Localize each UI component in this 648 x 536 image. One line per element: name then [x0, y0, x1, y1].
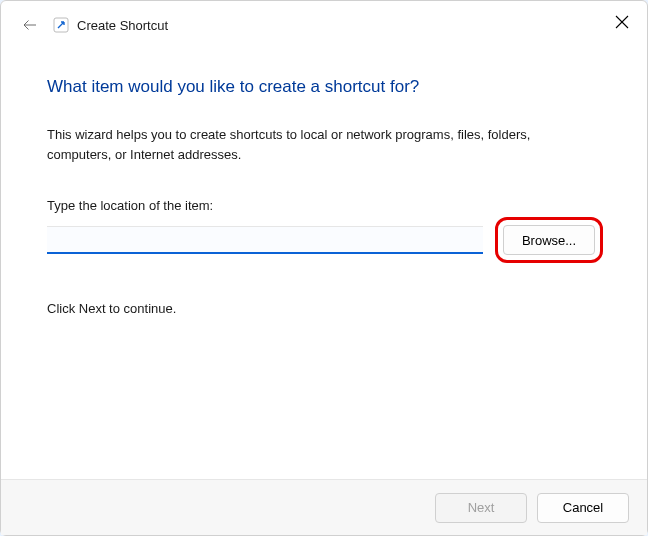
- location-label: Type the location of the item:: [47, 198, 601, 213]
- continue-hint: Click Next to continue.: [47, 301, 601, 316]
- location-input[interactable]: [47, 226, 483, 254]
- back-icon[interactable]: [21, 16, 39, 34]
- description-text: This wizard helps you to create shortcut…: [47, 125, 587, 164]
- page-heading: What item would you like to create a sho…: [47, 77, 601, 97]
- cancel-button[interactable]: Cancel: [537, 493, 629, 523]
- footer: Next Cancel: [1, 479, 647, 535]
- browse-button[interactable]: Browse...: [503, 225, 595, 255]
- browse-highlight: Browse...: [497, 219, 601, 261]
- shortcut-icon: [53, 17, 69, 33]
- location-row: Browse...: [47, 219, 601, 261]
- next-button: Next: [435, 493, 527, 523]
- content-area: What item would you like to create a sho…: [1, 49, 647, 479]
- wizard-title: Create Shortcut: [77, 18, 168, 33]
- titlebar: Create Shortcut: [1, 1, 647, 49]
- close-icon[interactable]: [615, 15, 629, 32]
